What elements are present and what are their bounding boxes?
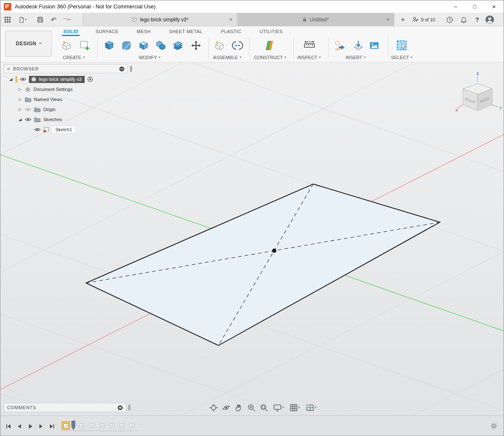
tree-row-origin[interactable]: ▷ Origin (4, 104, 128, 114)
timeline-play-button[interactable] (26, 423, 34, 430)
workspace-selector[interactable]: DESIGN ▾ (5, 31, 52, 57)
canvas-button[interactable] (366, 37, 382, 53)
grid-snap-button[interactable]: ▾ (288, 403, 301, 413)
file-menu-button[interactable]: ▾ (16, 15, 29, 24)
sketch-plane[interactable] (86, 184, 440, 345)
timeline-settings-button[interactable] (490, 422, 498, 431)
timeline-feature-sketch-current[interactable] (62, 421, 70, 430)
close-button[interactable]: × (484, 0, 504, 13)
viewports-button[interactable]: ▾ (304, 403, 318, 413)
display-settings-button[interactable]: ▾ (272, 403, 285, 413)
maximize-button[interactable]: □ (465, 0, 484, 13)
tree-expanded-icon[interactable]: ◢ (18, 117, 22, 122)
fillet-button[interactable] (118, 37, 134, 53)
tab-sheet-metal[interactable]: SHEET METAL (169, 29, 203, 34)
group-label-modify[interactable]: MODIFY▾ (131, 54, 169, 61)
combine-button[interactable] (153, 37, 169, 53)
group-label-insert[interactable]: INSERT▾ (337, 54, 374, 61)
activate-component-radio[interactable] (87, 76, 93, 82)
fit-button[interactable] (259, 403, 269, 413)
tab-plastic[interactable]: PLASTIC (221, 29, 242, 34)
zoom-button[interactable] (247, 403, 256, 413)
root-document-item[interactable]: lego brick simplify v3 (29, 76, 85, 83)
timeline-skip-start-button[interactable] (5, 423, 12, 430)
timeline-step-forward-button[interactable] (37, 423, 45, 430)
collapse-panel-icon[interactable]: « (7, 66, 10, 72)
orbit-button[interactable] (209, 403, 218, 413)
create-sketch-button[interactable] (77, 37, 93, 53)
group-label-create[interactable]: CREATE▾ (55, 54, 93, 61)
shell-button[interactable] (135, 37, 151, 53)
app-grid-button[interactable] (3, 15, 12, 24)
visibility-off-eye-icon[interactable] (25, 107, 31, 112)
undo-button[interactable]: ↶ (49, 15, 58, 24)
tab-close-icon[interactable]: × (386, 16, 390, 23)
comments-header[interactable]: COMMENTS (4, 403, 126, 412)
joint-button[interactable] (229, 37, 245, 53)
group-label-construct[interactable]: CONSTRUCT▾ (251, 54, 289, 61)
visibility-eye-icon[interactable] (25, 117, 31, 122)
offset-face-button[interactable] (170, 37, 186, 53)
visibility-eye-icon[interactable] (20, 77, 26, 82)
group-label-assemble[interactable]: ASSEMBLE▾ (208, 54, 246, 61)
tab-close-icon[interactable]: × (229, 16, 232, 23)
timeline-feature-rolled[interactable] (98, 421, 106, 430)
tree-collapsed-icon[interactable]: ▷ (18, 87, 22, 91)
minimize-button[interactable]: – (446, 0, 465, 13)
assemble-new-component-button[interactable] (211, 37, 227, 53)
new-document-tab-button[interactable]: + (397, 13, 409, 26)
view-cube[interactable]: Z RIGHT BACK X Y (452, 71, 504, 118)
tab-utilities[interactable]: UTILITIES (260, 29, 283, 34)
sketch-origin-point[interactable] (272, 249, 276, 253)
tree-row-root[interactable]: ◢ lego brick simplify v3 (4, 74, 128, 84)
minimize-panel-icon[interactable] (119, 66, 125, 72)
history-button[interactable] (445, 15, 454, 24)
account-avatar[interactable] (485, 15, 494, 24)
timeline-feature-rolled[interactable] (118, 421, 126, 430)
tree-row-sketches[interactable]: ◢ Sketches (4, 114, 128, 125)
tab-solid[interactable]: SOLID (63, 29, 78, 34)
job-status[interactable]: 9 of 10 (412, 13, 435, 26)
move-button[interactable] (188, 37, 204, 53)
pan-button[interactable] (234, 403, 244, 413)
visibility-eye-icon[interactable] (34, 127, 41, 132)
tab-mesh[interactable]: MESH (137, 29, 151, 34)
browser-header[interactable]: « BROWSER (4, 64, 128, 73)
save-button[interactable] (36, 15, 45, 24)
redo-button[interactable]: ↷ ▾ (61, 15, 73, 24)
panel-drag-handle[interactable] (130, 66, 132, 72)
insert-mesh-button[interactable] (350, 37, 366, 53)
sketch-feature-icon (79, 423, 85, 429)
doc-tab-untitled[interactable]: Untitled* × (237, 13, 394, 26)
insert-derive-button[interactable]: 365 (332, 37, 348, 53)
group-label-inspect[interactable]: INSPECT▾ (290, 54, 328, 61)
doc-tab-current[interactable]: lego brick simplify v3* × (83, 13, 237, 26)
tree-collapsed-icon[interactable]: ▷ (18, 107, 22, 112)
look-at-button[interactable] (221, 403, 231, 413)
group-label-select[interactable]: SELECT▾ (383, 54, 421, 61)
timeline-feature-rolled[interactable] (128, 421, 136, 430)
timeline-skip-end-button[interactable] (48, 423, 56, 430)
add-comment-icon[interactable] (117, 405, 123, 410)
timeline-step-back-button[interactable] (16, 423, 23, 430)
timeline-feature-rolled[interactable] (78, 421, 86, 430)
timeline-feature-rolled[interactable] (108, 421, 116, 430)
tree-row-sketch1[interactable]: Sketch1 (4, 125, 128, 135)
notifications-button[interactable] (459, 15, 468, 24)
tree-row-document-settings[interactable]: ▷ Document Settings (4, 84, 128, 94)
doc-tab-label: Untitled* (310, 17, 329, 23)
tree-row-named-views[interactable]: ▷ Named Views (4, 94, 128, 104)
tree-collapsed-icon[interactable]: ▷ (18, 97, 22, 101)
tab-surface[interactable]: SURFACE (96, 29, 119, 34)
measure-button[interactable] (301, 37, 317, 53)
new-component-button[interactable] (58, 37, 74, 53)
help-button[interactable]: ? (473, 15, 482, 24)
tree-expanded-icon[interactable]: ◢ (9, 77, 13, 81)
panel-drag-handle[interactable] (128, 405, 130, 410)
timeline-feature-rolled[interactable] (88, 421, 96, 430)
select-button[interactable] (394, 37, 410, 53)
extrude-button[interactable] (101, 37, 117, 53)
model-viewport[interactable]: Z RIGHT BACK X Y « BROWSER ◢ (0, 62, 504, 415)
construct-plane-button[interactable] (261, 37, 277, 53)
timeline-playhead[interactable] (71, 420, 75, 431)
